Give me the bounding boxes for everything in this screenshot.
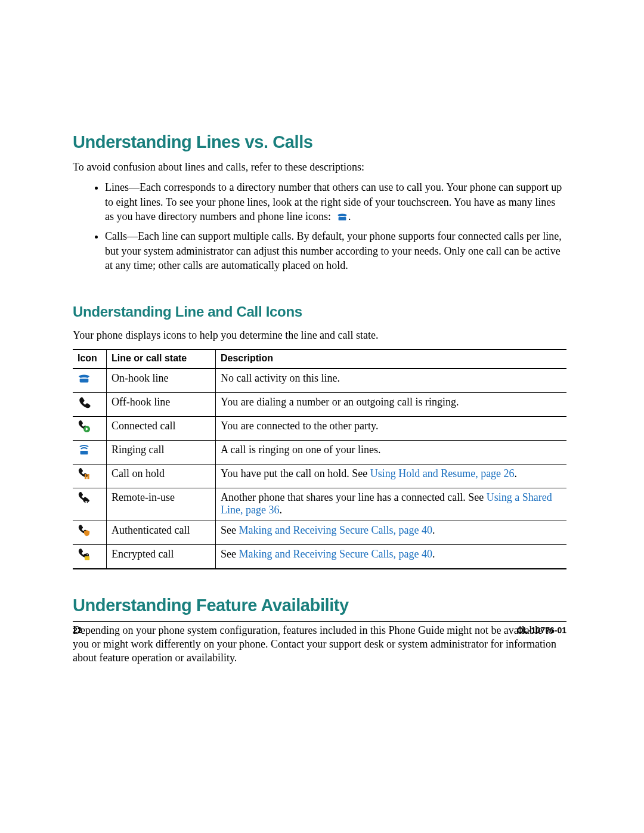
icon-state-table: Icon Line or call state Description On-h…: [73, 349, 566, 569]
table-row: Call on hold You have put the call on ho…: [73, 464, 566, 488]
table-row: Authenticated call See Making and Receiv…: [73, 521, 566, 544]
heading-feature-availability: Understanding Feature Availability: [73, 596, 566, 615]
page-footer: 22 OL-10776-01: [73, 621, 566, 635]
state-remote: Remote-in-use: [107, 488, 216, 521]
desc-connected: You are connected to the other party.: [216, 416, 567, 440]
authenticated-call-icon: [78, 528, 91, 540]
heading-line-call-icons: Understanding Line and Call Icons: [73, 304, 566, 320]
table-row: Connected call You are connected to the …: [73, 416, 566, 440]
table-row: Off-hook line You are dialing a number o…: [73, 392, 566, 416]
state-encrypted: Encrypted call: [107, 544, 216, 569]
document-id: OL-10776-01: [517, 625, 566, 635]
desc-hold: You have put the call on hold. See Using…: [216, 464, 567, 488]
encrypted-call-icon: [78, 552, 91, 563]
hold-icon: [78, 471, 91, 483]
bullet-list-lines-calls: Lines—Each corresponds to a directory nu…: [73, 180, 566, 272]
bullet-lines-text-pre: Lines—Each corresponds to a directory nu…: [105, 181, 562, 222]
state-auth: Authenticated call: [107, 521, 216, 544]
desc-auth: See Making and Receiving Secure Calls, p…: [216, 521, 567, 544]
state-hold: Call on hold: [107, 464, 216, 488]
th-desc: Description: [216, 349, 567, 368]
connected-call-icon: [78, 423, 91, 435]
state-ringing: Ringing call: [107, 440, 216, 464]
desc-onhook: No call activity on this line.: [216, 368, 567, 393]
th-state: Line or call state: [107, 349, 216, 368]
ringing-call-icon: [78, 447, 91, 459]
bullet-lines-text-post: .: [348, 210, 351, 222]
bullet-calls: Calls—Each line can support multiple cal…: [105, 229, 566, 272]
bullet-lines: Lines—Each corresponds to a directory nu…: [105, 180, 566, 225]
link-secure-calls-2[interactable]: Making and Receiving Secure Calls, page …: [239, 548, 432, 560]
table-row: Remote-in-use Another phone that shares …: [73, 488, 566, 521]
th-icon: Icon: [73, 349, 107, 368]
table-row: Ringing call A call is ringing on one of…: [73, 440, 566, 464]
icons-intro-text: Your phone displays icons to help you de…: [73, 329, 566, 342]
state-onhook: On-hook line: [107, 368, 216, 393]
phone-line-icon: [336, 211, 348, 225]
intro-lines-vs-calls: To avoid confusion about lines and calls…: [73, 160, 566, 174]
offhook-icon: [78, 400, 91, 411]
state-connected: Connected call: [107, 416, 216, 440]
desc-offhook: You are dialing a number or an outgoing …: [216, 392, 567, 416]
remote-in-use-icon: [78, 495, 91, 507]
onhook-icon: [78, 376, 91, 388]
link-hold-resume[interactable]: Using Hold and Resume, page 26: [370, 467, 515, 479]
desc-encrypted: See Making and Receiving Secure Calls, p…: [216, 544, 567, 569]
link-secure-calls-1[interactable]: Making and Receiving Secure Calls, page …: [239, 524, 432, 536]
heading-lines-vs-calls: Understanding Lines vs. Calls: [73, 132, 566, 152]
desc-remote: Another phone that shares your line has …: [216, 488, 567, 521]
table-row: On-hook line No call activity on this li…: [73, 368, 566, 393]
table-row: Encrypted call See Making and Receiving …: [73, 544, 566, 569]
page-number: 22: [73, 625, 82, 635]
state-offhook: Off-hook line: [107, 392, 216, 416]
desc-ringing: A call is ringing on one of your lines.: [216, 440, 567, 464]
